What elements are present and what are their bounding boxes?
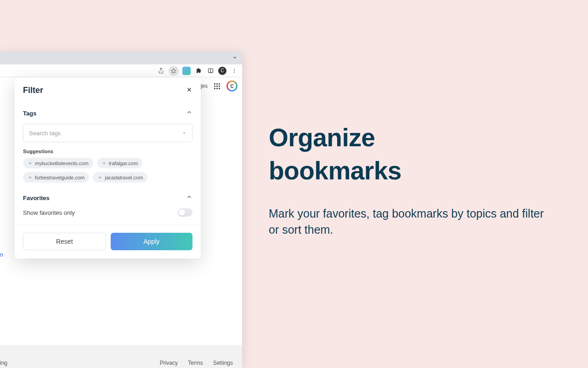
tags-section: Tags Suggestions ＋mybucketlistevents.com… [23, 109, 192, 183]
profile-avatar-ring[interactable]: C [226, 80, 237, 92]
svg-point-4 [234, 69, 235, 69]
favorites-section: Favorites Show favorites only [23, 194, 192, 217]
plus-icon: ＋ [28, 174, 33, 181]
apps-grid-icon[interactable] [214, 83, 220, 89]
close-icon[interactable] [186, 86, 192, 95]
hero-title: Organize bookmarks [269, 121, 544, 187]
favorites-toggle[interactable] [178, 208, 192, 217]
chevron-up-icon [186, 194, 192, 202]
tag-chip[interactable]: ＋trafalgar.com [97, 158, 143, 168]
tag-chip[interactable]: ＋mybucketlistevents.com [23, 158, 93, 168]
tags-section-title: Tags [23, 110, 36, 117]
footer-link-settings[interactable]: Settings [213, 360, 233, 366]
footer-link-privacy[interactable]: Privacy [160, 360, 178, 366]
tags-section-header[interactable]: Tags [23, 109, 192, 117]
reset-button[interactable]: Reset [23, 233, 106, 250]
tab-bar [0, 52, 242, 64]
show-favorites-label: Show favorites only [23, 209, 75, 216]
tag-search-input[interactable] [29, 130, 182, 137]
divider [15, 225, 201, 225]
tag-chip[interactable]: ＋jacadatravel.com [93, 172, 147, 183]
extension-icon[interactable] [182, 67, 191, 75]
panel-icon[interactable] [206, 67, 215, 75]
hero-title-line: bookmarks [269, 156, 401, 185]
extensions-puzzle-icon[interactable] [194, 67, 203, 75]
suggestions-label: Suggestions [23, 149, 192, 154]
avatar-letter: C [228, 82, 236, 90]
chip-label: forbestravelguide.com [35, 175, 85, 180]
favorites-section-title: Favorites [23, 195, 50, 201]
caret-down-icon [182, 130, 187, 137]
hero-subtitle: Mark your favorites, tag bookmarks by to… [269, 206, 544, 238]
page-footer: ing Privacy Terms Settings [0, 345, 242, 368]
svg-marker-1 [171, 69, 176, 73]
hero-title-line: Organize [269, 123, 375, 152]
footer-link-terms[interactable]: Terms [188, 360, 203, 366]
kebab-menu-icon[interactable] [230, 67, 238, 75]
filter-title: Filter [23, 86, 43, 95]
footer-left-fragment: ing [0, 360, 7, 366]
chevron-down-icon[interactable] [232, 54, 237, 62]
chip-label: mybucketlistevents.com [35, 161, 89, 166]
plus-icon: ＋ [102, 160, 107, 167]
filter-panel: Filter Tags Suggestions ＋mybucketlisteve… [15, 77, 201, 259]
chip-label: trafalgar.com [109, 161, 138, 166]
toggle-knob [179, 209, 185, 216]
svg-point-5 [234, 70, 235, 71]
chevron-up-icon [186, 109, 192, 117]
browser-toolbar: C [0, 64, 242, 77]
profile-avatar-small[interactable]: C [218, 67, 226, 75]
truncated-link-fragment[interactable]: n [0, 252, 3, 258]
svg-marker-9 [183, 132, 186, 133]
plus-icon: ＋ [28, 160, 33, 167]
tag-search-field[interactable] [23, 124, 192, 142]
apply-button[interactable]: Apply [111, 233, 193, 250]
svg-point-6 [234, 72, 235, 73]
page-bar-fragment: jes [201, 83, 208, 89]
bookmark-star-button[interactable] [169, 66, 179, 76]
suggestion-chips: ＋mybucketlistevents.com ＋trafalgar.com ＋… [23, 158, 192, 183]
favorites-section-header[interactable]: Favorites [23, 194, 192, 202]
share-icon[interactable] [157, 67, 165, 75]
tag-chip[interactable]: ＋forbestravelguide.com [23, 172, 89, 183]
chip-label: jacadatravel.com [105, 175, 143, 180]
plus-icon: ＋ [97, 174, 102, 181]
hero: Organize bookmarks Mark your favorites, … [269, 121, 544, 238]
